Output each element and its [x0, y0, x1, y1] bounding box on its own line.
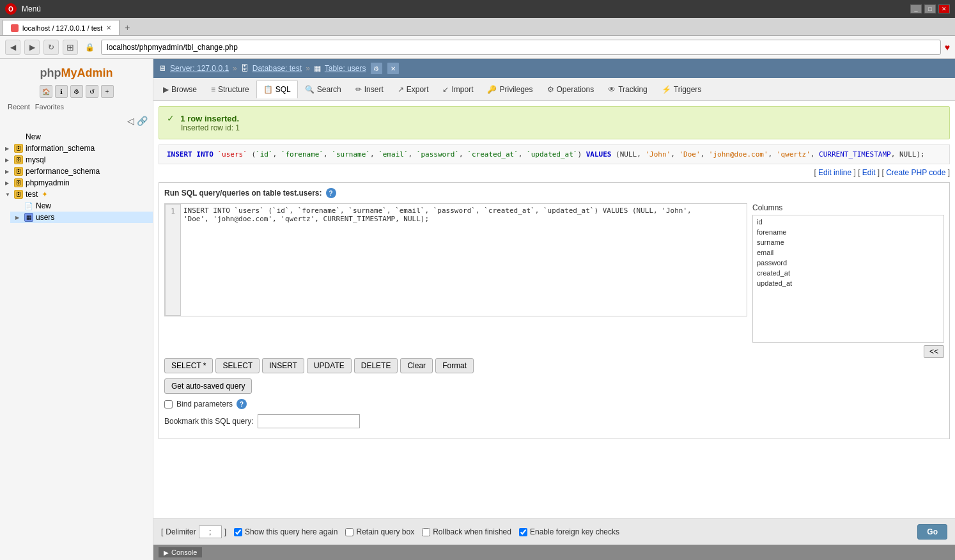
tab-insert[interactable]: ✏ Insert [348, 81, 391, 98]
tab-export[interactable]: ↗ Export [391, 81, 436, 98]
minimize-button[interactable]: _ [910, 4, 922, 13]
column-created-at[interactable]: created_at [754, 268, 942, 278]
grid-button[interactable]: ⊞ [63, 40, 78, 55]
tree-item-performance-schema[interactable]: ▶ 🗄 performance_schema [0, 166, 153, 177]
line-number-1: 1 [168, 207, 178, 215]
lock-icon: 🔒 [82, 40, 97, 55]
tree-item-new[interactable]: New [0, 131, 153, 143]
tab-sql[interactable]: 📋 SQL [256, 81, 298, 98]
tab-export-label: Export [407, 85, 429, 94]
db-breadcrumb-icon: 🗄 [241, 64, 249, 73]
recent-link[interactable]: Recent [8, 103, 30, 111]
columns-nav: << [752, 345, 944, 358]
column-id[interactable]: id [754, 217, 942, 227]
edit-link[interactable]: Edit [862, 168, 876, 177]
rollback-checkbox[interactable] [422, 528, 430, 536]
edit-inline-link[interactable]: Edit inline [818, 168, 851, 177]
column-email[interactable]: email [754, 247, 942, 258]
home-icon[interactable]: 🏠 [40, 85, 52, 98]
auto-saved-button[interactable]: Get auto-saved query [164, 378, 252, 394]
format-button[interactable]: Format [435, 358, 474, 373]
tab-privileges[interactable]: 🔑 Privileges [480, 81, 540, 98]
show-query-checkbox[interactable] [234, 528, 242, 536]
insert-tab-icon: ✏ [355, 85, 362, 94]
column-surname[interactable]: surname [754, 237, 942, 247]
sql-editor-title-text: Run SQL query/queries on table test.user… [164, 189, 322, 198]
address-bar-input[interactable] [101, 40, 941, 55]
delimiter-group: [ Delimiter ] [161, 525, 226, 538]
select-star-button[interactable]: SELECT * [164, 358, 213, 373]
columns-label: Columns [752, 203, 944, 212]
success-rows-text: 1 row inserted. [180, 114, 239, 123]
foreign-key-label: Enable foreign key checks [530, 527, 619, 536]
title-bar-controls: _ □ ✕ [910, 4, 950, 13]
info-icon[interactable]: ℹ [55, 85, 68, 98]
favorites-link[interactable]: Favorites [35, 103, 64, 111]
tab-structure[interactable]: ≡ Structure [204, 81, 256, 98]
breadcrumb-server[interactable]: Server: 127.0.0.1 [170, 64, 229, 73]
tree-item-test-new[interactable]: 📄 New [10, 200, 153, 212]
console-button[interactable]: ▶ Console [159, 547, 202, 557]
insert-button[interactable]: INSERT [262, 358, 304, 373]
update-button[interactable]: UPDATE [307, 358, 352, 373]
delete-button[interactable]: DELETE [354, 358, 398, 373]
column-password[interactable]: password [754, 258, 942, 268]
sync-icon[interactable]: ↺ [86, 85, 98, 98]
sql-display: INSERT INTO `users` (`id`, `forename`, `… [159, 144, 950, 164]
tab-import[interactable]: ↙ Import [435, 81, 480, 98]
console-arrow-icon: ▶ [164, 549, 169, 556]
tab-close-icon[interactable]: ✕ [106, 24, 111, 31]
tab-browse[interactable]: ▶ Browse [156, 81, 204, 98]
breadcrumb-table[interactable]: Table: users [325, 64, 366, 73]
sql-info-icon[interactable]: ? [326, 188, 336, 198]
tab-search[interactable]: 🔍 Search [298, 81, 348, 98]
browser-tab[interactable]: localhost / 127.0.0.1 / test ✕ [3, 20, 120, 35]
maximize-button[interactable]: □ [924, 4, 936, 13]
column-forename[interactable]: forename [754, 227, 942, 237]
top-settings-icon[interactable]: ⚙ [370, 62, 383, 75]
close-button[interactable]: ✕ [938, 4, 950, 13]
columns-collapse-button[interactable]: << [924, 345, 944, 358]
go-button[interactable]: Go [917, 524, 947, 540]
tree-item-mysql[interactable]: ▶ 🗄 mysql [0, 154, 153, 166]
tree-test-label: test [26, 190, 38, 199]
tree-item-test[interactable]: ▼ 🗄 test ✦ [0, 189, 153, 200]
breadcrumb-db[interactable]: Database: test [252, 64, 302, 73]
tab-tracking[interactable]: 👁 Tracking [601, 81, 655, 98]
more-icon[interactable]: + [101, 85, 114, 98]
bookmark-input[interactable] [258, 414, 360, 428]
tab-import-label: Import [451, 85, 473, 94]
clear-button[interactable]: Clear [400, 358, 433, 373]
settings-icon[interactable]: ⚙ [70, 85, 83, 98]
delimiter-open-bracket: [ [161, 527, 163, 536]
foreign-key-checkbox[interactable] [519, 528, 527, 536]
retain-box-checkbox[interactable] [345, 528, 353, 536]
tree-item-users[interactable]: ▶ ▦ users [10, 212, 153, 223]
column-updated-at[interactable]: updated_at [754, 278, 942, 288]
console-bar: ▶ Console [153, 545, 955, 560]
browser-title: Menü [22, 4, 41, 13]
tree-item-phpmyadmin[interactable]: ▶ 🗄 phpmyadmin [0, 177, 153, 189]
bind-params-info-icon[interactable]: ? [237, 399, 247, 409]
sidebar-links: Recent Favorites [0, 100, 153, 113]
sidebar-link-icon[interactable]: 🔗 [137, 116, 148, 126]
delimiter-input[interactable] [199, 525, 222, 538]
new-tab-button[interactable]: + [120, 20, 135, 35]
tab-triggers[interactable]: ⚡ Triggers [655, 81, 709, 98]
bind-params-checkbox[interactable] [164, 400, 173, 408]
tab-operations[interactable]: ⚙ Operations [540, 81, 602, 98]
sql-textarea[interactable]: INSERT INTO `users` (`id`, `forename`, `… [180, 204, 747, 316]
top-close-icon[interactable]: ✕ [387, 62, 400, 75]
create-php-link[interactable]: Create PHP code [886, 168, 945, 177]
sidebar-collapse-icon[interactable]: ◁ [127, 116, 134, 126]
back-button[interactable]: ◀ [5, 40, 20, 55]
table-breadcrumb-icon: ▦ [314, 64, 321, 73]
table-icon: ▦ [24, 213, 33, 222]
rollback-group: Rollback when finished [422, 527, 511, 536]
export-tab-icon: ↗ [398, 85, 404, 94]
reload-button[interactable]: ↻ [43, 40, 59, 55]
forward-button[interactable]: ▶ [24, 40, 40, 55]
favorites-heart-icon[interactable]: ♥ [945, 42, 950, 52]
tree-item-information-schema[interactable]: ▶ 🗄 information_schema [0, 143, 153, 154]
select-button[interactable]: SELECT [215, 358, 260, 373]
